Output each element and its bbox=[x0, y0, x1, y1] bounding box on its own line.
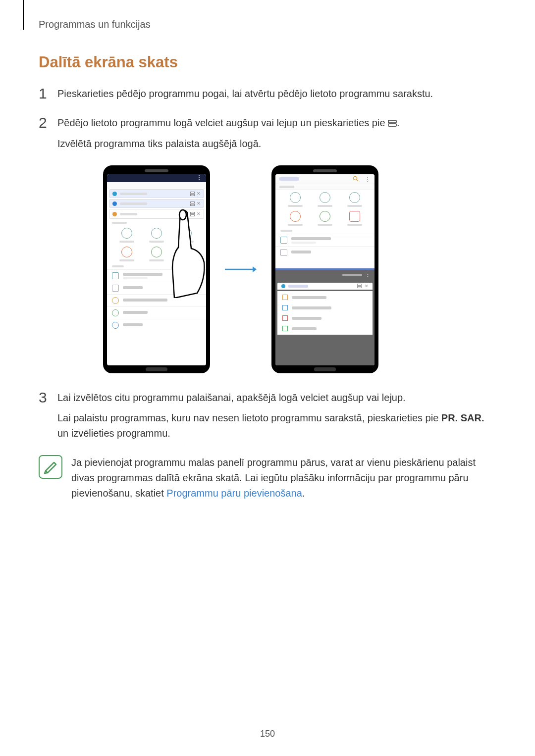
page-margin-rule bbox=[23, 0, 24, 30]
placeholder-text bbox=[112, 222, 127, 224]
list-row bbox=[107, 319, 206, 331]
gallery-icon bbox=[121, 228, 132, 239]
status-bar bbox=[107, 174, 206, 182]
row-text bbox=[123, 299, 201, 303]
app-dot-icon bbox=[112, 192, 117, 196]
row-text bbox=[291, 251, 370, 255]
grid-cell bbox=[146, 247, 167, 261]
link-text[interactable]: Programmu pāru pievienošana bbox=[166, 488, 302, 499]
section-title: Dalītā ekrāna skats bbox=[39, 53, 494, 71]
placeholder-text bbox=[149, 241, 164, 243]
document-icon bbox=[121, 247, 132, 257]
list-row bbox=[277, 323, 373, 334]
placeholder-text bbox=[288, 205, 303, 207]
image-icon bbox=[282, 315, 288, 321]
download-icon bbox=[151, 247, 162, 257]
grid-cell bbox=[116, 228, 138, 243]
arrow-right-icon bbox=[225, 264, 257, 274]
split-screen-icon bbox=[388, 116, 397, 131]
app-icon bbox=[349, 211, 360, 222]
text-part: . bbox=[397, 117, 400, 128]
text-part: Izvēlētā programma tiks palaista augšējā… bbox=[57, 138, 261, 149]
more-icon: ⋮ bbox=[365, 176, 371, 183]
device-icon bbox=[280, 237, 287, 244]
placeholder-text bbox=[292, 327, 317, 330]
sdcard-icon bbox=[280, 249, 287, 256]
folder-icon bbox=[282, 295, 288, 300]
close-icon: ✕ bbox=[365, 284, 369, 289]
text-line: Lai izvēlētos citu programmu palaišanai,… bbox=[57, 390, 494, 405]
placeholder-text bbox=[119, 259, 134, 261]
search-icon bbox=[353, 176, 359, 183]
cloud-icon bbox=[112, 297, 119, 304]
download-icon bbox=[320, 211, 330, 222]
phone-screen-right: ⋮ bbox=[275, 174, 374, 365]
split-upper-pane: ⋮ bbox=[275, 174, 374, 270]
step-1: 1 Pieskarieties pēdējo programmu pogai, … bbox=[39, 86, 494, 101]
app-dot-icon bbox=[281, 284, 285, 288]
drive-icon bbox=[112, 309, 119, 316]
svg-point-12 bbox=[354, 176, 357, 180]
app-toolbar: ⋮ bbox=[275, 174, 374, 184]
placeholder-text bbox=[318, 224, 332, 226]
grid-cell bbox=[284, 192, 306, 207]
info-note: Ja pievienojat programmu malas panelī pr… bbox=[39, 455, 494, 501]
home-button bbox=[146, 367, 167, 371]
sdcard-icon bbox=[112, 285, 119, 292]
placeholder-text bbox=[318, 205, 332, 207]
placeholder-text bbox=[119, 241, 134, 243]
app-grid-row bbox=[275, 209, 374, 228]
note-body: Ja pievienojat programmu malas panelī pr… bbox=[71, 455, 494, 501]
placeholder-text bbox=[112, 265, 124, 267]
upper-content bbox=[275, 190, 374, 268]
music-icon bbox=[151, 228, 162, 239]
app-dot-icon bbox=[112, 202, 117, 206]
list-row bbox=[275, 246, 374, 258]
placeholder-text bbox=[280, 230, 292, 232]
svg-rect-5 bbox=[191, 204, 195, 205]
recent-app-card: ✕ bbox=[109, 199, 204, 208]
placeholder-text bbox=[279, 177, 299, 181]
grid-cell bbox=[344, 211, 366, 226]
svg-line-13 bbox=[357, 180, 358, 181]
app-dot-icon bbox=[112, 212, 117, 216]
step-body: Pēdējo lietoto programmu logā velciet au… bbox=[57, 115, 494, 151]
step-number: 2 bbox=[39, 115, 57, 130]
placeholder-text bbox=[347, 205, 362, 207]
gallery-icon bbox=[290, 192, 301, 203]
svg-rect-0 bbox=[388, 120, 396, 123]
main-content: Dalītā ekrāna skats 1 Pieskarieties pēdē… bbox=[39, 53, 494, 501]
grid-cell bbox=[116, 247, 138, 261]
placeholder-text bbox=[292, 317, 321, 320]
list-row bbox=[277, 302, 373, 313]
recent-app-card: ✕ bbox=[277, 283, 373, 290]
placeholder-text bbox=[347, 224, 362, 226]
phone-screen-left: ✕ ✕ ✕ bbox=[107, 174, 206, 365]
svg-rect-4 bbox=[191, 202, 195, 203]
close-icon: ✕ bbox=[197, 201, 201, 206]
step-body: Lai izvēlētos citu programmu palaišanai,… bbox=[57, 390, 494, 441]
close-icon: ✕ bbox=[197, 191, 201, 196]
placeholder-text bbox=[292, 306, 331, 309]
grid-cell bbox=[284, 211, 306, 226]
split-icon bbox=[190, 192, 195, 196]
phone-speaker bbox=[313, 169, 337, 172]
step-number: 1 bbox=[39, 86, 57, 101]
grid-cell bbox=[314, 211, 336, 226]
svg-rect-1 bbox=[388, 124, 396, 126]
grid-cell bbox=[146, 228, 167, 243]
step-body: Pieskarieties pēdējo programmu pogai, la… bbox=[57, 86, 494, 101]
row-text bbox=[123, 323, 201, 328]
text-part: un izvēlieties programmu. bbox=[57, 428, 170, 439]
step-3: 3 Lai izvēlētos citu programmu palaišana… bbox=[39, 390, 494, 441]
split-lower-pane: ⋮ ✕ bbox=[275, 270, 374, 365]
step-2: 2 Pēdējo lietoto programmu logā velciet … bbox=[39, 115, 494, 151]
illustration-figure: ✕ ✕ ✕ bbox=[103, 165, 494, 373]
placeholder-text bbox=[279, 186, 294, 188]
svg-rect-3 bbox=[191, 194, 195, 196]
split-icon bbox=[190, 202, 195, 206]
list-row bbox=[277, 313, 373, 323]
onedrive-icon bbox=[112, 322, 119, 329]
phone-mock-right: ⋮ bbox=[271, 165, 378, 373]
placeholder-text bbox=[342, 274, 362, 276]
